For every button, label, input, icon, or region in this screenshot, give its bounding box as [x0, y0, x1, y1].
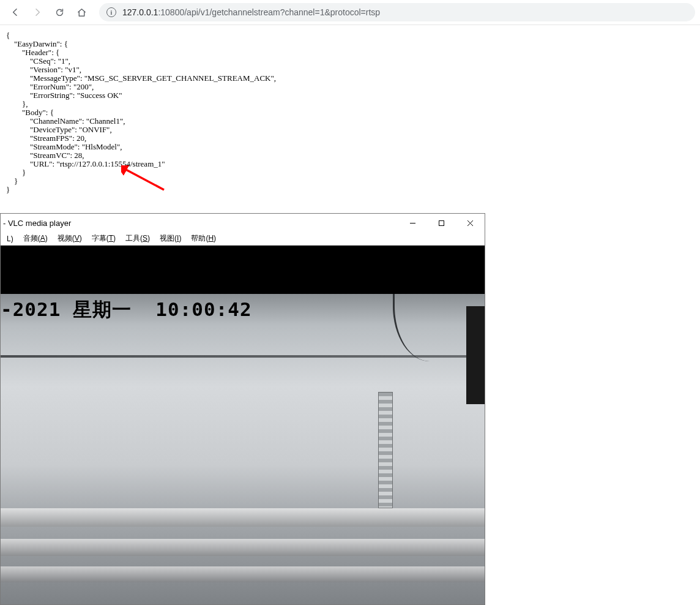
menu-tools[interactable]: 工具(S) [121, 233, 155, 244]
menu-l[interactable]: L) [2, 235, 18, 243]
menu-view[interactable]: 视图(I) [155, 233, 186, 244]
url-host: 127.0.0.1 [122, 7, 158, 17]
svg-rect-3 [439, 220, 444, 225]
menu-help[interactable]: 帮助(H) [186, 233, 221, 244]
osd-overlay: -2021 星期一 10:00:42 [1, 297, 252, 323]
home-button[interactable] [71, 2, 92, 23]
vlc-menubar: L) 音频(A) 视频(V) 字幕(T) 工具(S) 视图(I) 帮助(H) [1, 232, 485, 246]
forward-button[interactable] [27, 2, 48, 23]
site-info-icon[interactable]: i [106, 7, 116, 17]
close-button[interactable] [456, 214, 485, 232]
vlc-video-area[interactable]: -2021 星期一 10:00:42 [1, 246, 485, 604]
address-bar[interactable]: i 127.0.0.1:10800/api/v1/getchannelstrea… [99, 3, 695, 21]
vlc-window: - VLC media player L) 音频(A) 视频(V) 字幕(T) … [0, 213, 485, 605]
url-path: :10800/api/v1/getchannelstream?channel=1… [158, 7, 380, 17]
maximize-button[interactable] [427, 214, 456, 232]
reload-button[interactable] [49, 2, 70, 23]
api-response-json: { "EasyDarwin": { "Header": { "CSeq": "1… [0, 25, 700, 200]
vlc-titlebar[interactable]: - VLC media player [1, 214, 485, 232]
browser-toolbar: i 127.0.0.1:10800/api/v1/getchannelstrea… [0, 0, 700, 25]
menu-audio[interactable]: 音频(A) [18, 233, 53, 244]
minimize-button[interactable] [398, 214, 427, 232]
menu-video[interactable]: 视频(V) [53, 233, 87, 244]
back-button[interactable] [5, 2, 26, 23]
window-controls [398, 214, 485, 232]
vlc-title: - VLC media player [2, 219, 398, 228]
video-letterbox [1, 246, 485, 294]
video-feed [1, 294, 485, 604]
url-text: 127.0.0.1:10800/api/v1/getchannelstream?… [122, 7, 380, 17]
menu-subtitle[interactable]: 字幕(T) [87, 233, 121, 244]
